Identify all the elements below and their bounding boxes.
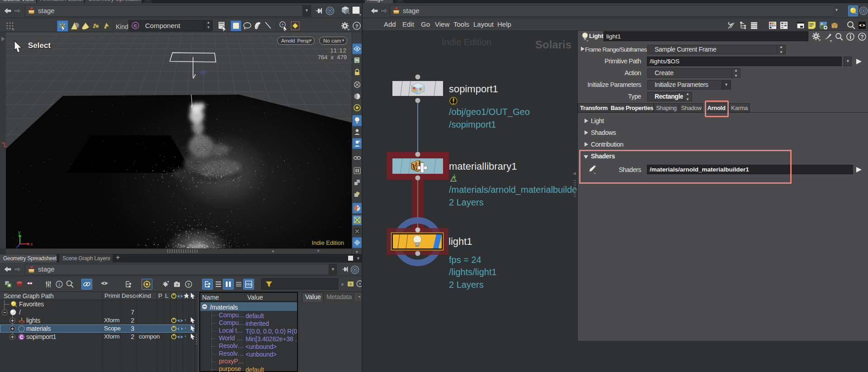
- svg-text:/materials/arnold_materialbuil: /materials/arnold_materialbuilde: [449, 185, 577, 195]
- svg-text:C: C: [134, 24, 137, 28]
- svg-text:2 Layers: 2 Layers: [449, 280, 484, 290]
- svg-text:i: i: [59, 282, 60, 287]
- svg-text:C: C: [20, 335, 23, 340]
- svg-text:?: ?: [187, 282, 190, 287]
- svg-text:sopimport1: sopimport1: [449, 83, 498, 95]
- svg-text:2 Layers: 2 Layers: [449, 197, 484, 207]
- svg-text:x: x: [30, 241, 33, 247]
- svg-text:light1: light1: [448, 236, 472, 247]
- svg-text:fps = 24: fps = 24: [449, 255, 481, 265]
- svg-text:?: ?: [349, 282, 352, 286]
- svg-text:/lights/light1: /lights/light1: [449, 267, 497, 277]
- svg-text:TRS: TRS: [245, 283, 252, 286]
- svg-text:z: z: [15, 245, 18, 248]
- svg-text:?: ?: [355, 24, 359, 29]
- svg-text:/obj/geo1/OUT_Geo: /obj/geo1/OUT_Geo: [449, 107, 530, 117]
- svg-text:?: ?: [176, 283, 178, 287]
- svg-text:?: ?: [359, 282, 361, 286]
- svg-text:/sopimport1: /sopimport1: [449, 119, 496, 129]
- svg-text:y: y: [18, 229, 21, 235]
- svg-text:?: ?: [860, 34, 863, 40]
- svg-text:materiallibrary1: materiallibrary1: [449, 161, 517, 172]
